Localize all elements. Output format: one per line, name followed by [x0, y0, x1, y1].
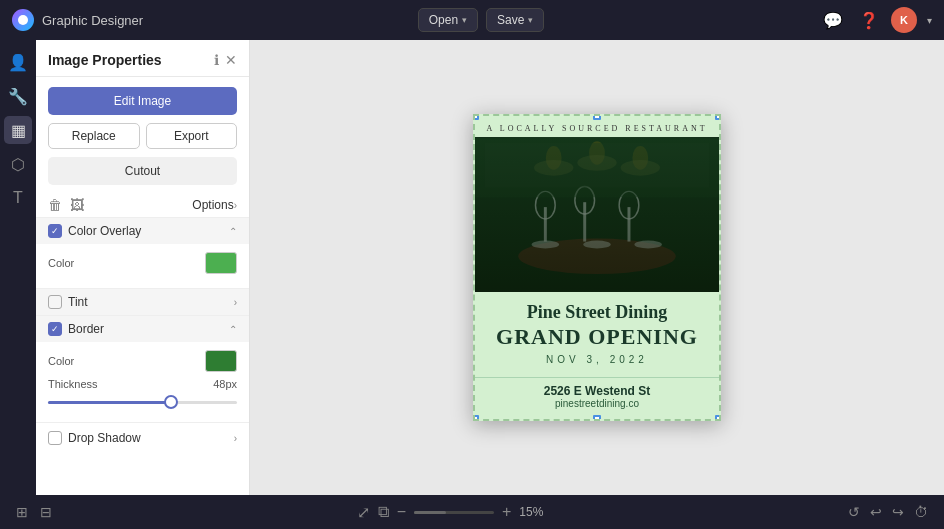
drop-shadow-checkbox[interactable] — [48, 431, 62, 445]
border-header[interactable]: Border ⌃ — [36, 316, 249, 342]
open-button[interactable]: Open ▾ — [418, 8, 478, 32]
color-overlay-body: Color — [36, 244, 249, 288]
tint-section: Tint › — [36, 289, 249, 316]
handle-bottom-right[interactable] — [715, 415, 721, 421]
zoom-slider[interactable] — [414, 511, 494, 514]
handle-bottom-mid[interactable] — [593, 415, 601, 421]
topbar-center: Open ▾ Save ▾ — [418, 8, 545, 32]
topbar: Graphic Designer Open ▾ Save ▾ 💬 ❓ K ▾ — [0, 0, 944, 40]
tint-header-left: Tint — [48, 295, 88, 309]
icon-sidebar: 👤 🔧 ▦ ⬡ T — [0, 40, 36, 495]
open-chevron-icon: ▾ — [462, 15, 467, 25]
options-label: Options — [192, 198, 233, 212]
thickness-label: Thickness — [48, 378, 98, 390]
fit-screen-button[interactable]: ⤢ — [357, 503, 370, 522]
color-overlay-header[interactable]: Color Overlay ⌃ — [36, 218, 249, 244]
tint-header[interactable]: Tint › — [36, 289, 249, 315]
info-icon[interactable]: ℹ — [214, 52, 219, 68]
save-chevron-icon: ▾ — [528, 15, 533, 25]
bottom-center: ⤢ ⧉ − + 15% — [357, 503, 544, 522]
drop-shadow-chevron-icon: › — [234, 433, 237, 444]
border-checkbox[interactable] — [48, 322, 62, 336]
restaurant-card[interactable]: A LOCALLY SOURCED RESTAURANT — [473, 114, 721, 421]
color-overlay-swatch[interactable] — [205, 252, 237, 274]
props-header: Image Properties ℹ ✕ — [36, 40, 249, 77]
properties-panel: Image Properties ℹ ✕ Edit Image Replace … — [36, 40, 250, 495]
app-name: Graphic Designer — [42, 13, 143, 28]
app-logo — [12, 9, 34, 31]
color-overlay-chevron-icon: ⌃ — [229, 226, 237, 237]
edit-image-button[interactable]: Edit Image — [48, 87, 237, 115]
main-area: 👤 🔧 ▦ ⬡ T Image Properties ℹ ✕ Edit Imag… — [0, 40, 944, 495]
handle-top-right[interactable] — [715, 114, 721, 120]
border-color-label: Color — [48, 355, 74, 367]
undo-history-icon[interactable]: ↺ — [848, 504, 860, 520]
handle-top-left[interactable] — [473, 114, 479, 120]
image-option-icons: 🗑 🖼 — [48, 197, 84, 213]
color-overlay-checkbox[interactable] — [48, 224, 62, 238]
tint-checkbox[interactable] — [48, 295, 62, 309]
card-image-overlay — [475, 137, 719, 292]
card-address: 2526 E Westend St — [485, 384, 709, 398]
card-date: NOV 3, 2022 — [485, 354, 709, 365]
replace-button[interactable]: Replace — [48, 123, 140, 149]
options-row[interactable]: Options › — [192, 198, 237, 212]
bottom-bar: ⊞ ⊟ ⤢ ⧉ − + 15% ↺ ↩ ↪ ⏱ — [0, 495, 944, 529]
thickness-value: 48px — [213, 378, 237, 390]
logo-inner — [18, 15, 28, 25]
card-body: Pine Street Dining GRAND OPENING NOV 3, … — [475, 292, 719, 373]
undo-icon[interactable]: ↩ — [870, 504, 882, 520]
redo-icon[interactable]: ↪ — [892, 504, 904, 520]
card-footer: 2526 E Westend St pinestreetdining.co — [475, 377, 719, 419]
cutout-button[interactable]: Cutout — [48, 157, 237, 185]
zoom-in-button[interactable]: + — [502, 503, 511, 521]
color-overlay-label: Color Overlay — [68, 224, 141, 238]
color-overlay-color-row: Color — [48, 252, 237, 274]
color-overlay-color-label: Color — [48, 257, 74, 269]
avatar-chevron-icon: ▾ — [927, 15, 932, 26]
slider-thumb[interactable] — [164, 395, 178, 409]
sidebar-text-icon-button[interactable]: T — [4, 184, 32, 212]
topbar-right: 💬 ❓ K ▾ — [819, 7, 932, 34]
border-color-swatch[interactable] — [205, 350, 237, 372]
grid-view-icon[interactable]: ⊞ — [16, 504, 28, 520]
handle-top-mid[interactable] — [593, 114, 601, 120]
fit-page-button[interactable]: ⧉ — [378, 503, 389, 521]
chat-icon-button[interactable]: 💬 — [819, 7, 847, 34]
props-header-icons: ℹ ✕ — [214, 52, 237, 68]
border-chevron-icon: ⌃ — [229, 324, 237, 335]
options-chevron-icon: › — [234, 200, 237, 211]
drop-shadow-left: Drop Shadow — [48, 431, 141, 445]
slider-fill — [48, 401, 171, 404]
trash-icon[interactable]: 🗑 — [48, 197, 62, 213]
history-icon[interactable]: ⏱ — [914, 504, 928, 520]
sidebar-tools-icon-button[interactable]: 🔧 — [4, 82, 32, 110]
card-image — [475, 137, 719, 292]
help-icon-button[interactable]: ❓ — [855, 7, 883, 34]
open-label: Open — [429, 13, 458, 27]
thickness-slider[interactable] — [48, 394, 237, 410]
list-view-icon[interactable]: ⊟ — [40, 504, 52, 520]
handle-bottom-left[interactable] — [473, 415, 479, 421]
canvas-area: A LOCALLY SOURCED RESTAURANT — [250, 40, 944, 495]
image-options-bar: 🗑 🖼 Options › — [36, 193, 249, 218]
sidebar-layers-icon-button[interactable]: ▦ — [4, 116, 32, 144]
sidebar-shapes-icon-button[interactable]: ⬡ — [4, 150, 32, 178]
close-icon[interactable]: ✕ — [225, 52, 237, 68]
drop-shadow-row[interactable]: Drop Shadow › — [36, 423, 249, 453]
color-overlay-header-left: Color Overlay — [48, 224, 141, 238]
border-label: Border — [68, 322, 104, 336]
thickness-row: Thickness 48px — [48, 378, 237, 390]
card-website: pinestreetdining.co — [485, 398, 709, 409]
color-overlay-section: Color Overlay ⌃ Color — [36, 218, 249, 289]
tint-chevron-icon: › — [234, 297, 237, 308]
replace-export-row: Replace Export — [48, 123, 237, 149]
image-icon[interactable]: 🖼 — [70, 197, 84, 213]
sidebar-people-icon-button[interactable]: 👤 — [4, 48, 32, 76]
save-button[interactable]: Save ▾ — [486, 8, 544, 32]
save-label: Save — [497, 13, 524, 27]
export-button[interactable]: Export — [146, 123, 238, 149]
user-avatar[interactable]: K — [891, 7, 917, 33]
border-section: Border ⌃ Color Thickness 48px — [36, 316, 249, 423]
zoom-out-button[interactable]: − — [397, 503, 406, 521]
